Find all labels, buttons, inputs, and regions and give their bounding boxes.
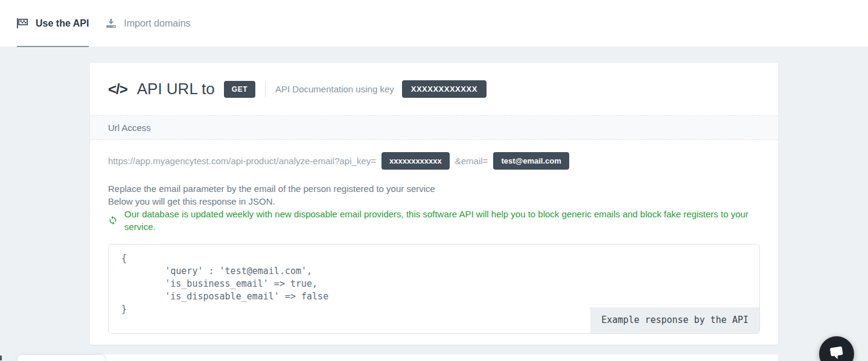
tab-import-domains[interactable]: Import domains — [106, 0, 190, 46]
header-divider — [265, 81, 266, 97]
api-key-badge: XXXXXXXXXXXX — [402, 80, 487, 98]
chat-bubble-icon — [828, 344, 846, 361]
url-api-key-badge: xxxxxxxxxxxx — [381, 152, 450, 170]
instruction-line: Replace the email parameter by the email… — [108, 182, 760, 195]
api-url-card: </> API URL to GET API Documentation usi… — [90, 63, 778, 345]
tab-label: Import domains — [124, 18, 190, 29]
tab-bar: Use the API Import domains — [0, 0, 868, 47]
card-title: API URL to — [137, 80, 215, 98]
code-line: 'query' : 'test@email.com', — [121, 265, 759, 278]
code-caption: Example response by the API — [590, 307, 759, 333]
api-card-body: https://app.myagencytest.com/api-product… — [90, 140, 778, 345]
left-edge-icon-fragment — [0, 356, 2, 360]
note-text: Our database is updated weekly with new … — [124, 208, 760, 233]
api-url-line: https://app.myagencytest.com/api-product… — [108, 152, 760, 170]
url-email-param: &email= — [455, 156, 488, 166]
code-line: { — [121, 252, 759, 265]
page-content: </> API URL to GET API Documentation usi… — [0, 48, 868, 361]
sync-refresh-icon — [108, 216, 118, 225]
bottom-left-popup[interactable] — [17, 354, 106, 361]
api-url-base: https://app.myagencytest.com/api-product… — [108, 156, 376, 166]
api-card-header: </> API URL to GET API Documentation usi… — [90, 63, 778, 115]
tab-use-the-api[interactable]: Use the API — [17, 0, 89, 46]
code-line: 'is_disposable_email' => false — [121, 290, 759, 303]
code-line: 'is_business_email' => true, — [121, 278, 759, 290]
tab-label: Use the API — [36, 18, 89, 29]
database-update-note: Our database is updated weekly with new … — [108, 208, 760, 233]
flag-checkered-icon — [17, 18, 28, 28]
card-subtitle: API Documentation using key — [275, 84, 394, 94]
import-download-icon — [106, 19, 116, 28]
code-brackets-icon: </> — [108, 81, 127, 98]
url-access-section-header: Url Access — [90, 115, 778, 140]
instructions-block: Replace the email parameter by the email… — [108, 182, 760, 233]
example-response-code-block: { 'query' : 'test@email.com', 'is_busine… — [108, 244, 760, 334]
next-card-partial — [90, 354, 778, 361]
http-method-badge: GET — [224, 81, 255, 98]
url-email-badge: test@email.com — [493, 152, 569, 170]
instruction-line: Below you will get this response in JSON… — [108, 195, 760, 208]
